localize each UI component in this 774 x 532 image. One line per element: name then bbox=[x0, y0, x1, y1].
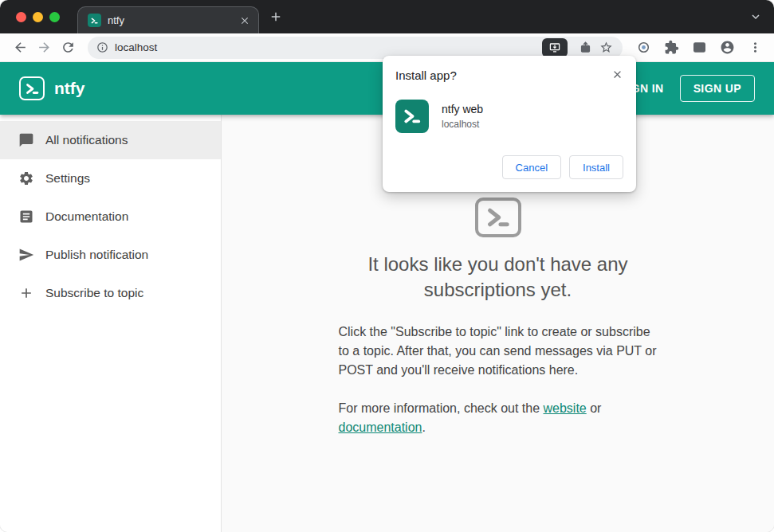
sidebar-item-publish-notification[interactable]: Publish notification bbox=[0, 236, 221, 274]
empty-state-title: It looks like you don't have any subscri… bbox=[339, 252, 658, 302]
tab-search-chevron-icon[interactable] bbox=[748, 10, 763, 24]
toolbar-right-cluster bbox=[631, 37, 766, 59]
cancel-button[interactable]: Cancel bbox=[502, 155, 561, 179]
window-controls bbox=[16, 12, 60, 22]
empty-state: It looks like you don't have any subscri… bbox=[339, 198, 658, 437]
empty-state-paragraph-2: For more information, check out the webs… bbox=[339, 399, 658, 437]
install-dialog-app-row: ntfy web localhost bbox=[395, 100, 623, 133]
install-app-dialog: Install app? ntfy web localhost Cancel I… bbox=[383, 56, 636, 192]
tab-close-icon[interactable] bbox=[239, 15, 250, 26]
sidebar-item-label: Publish notification bbox=[45, 248, 148, 262]
install-dialog-actions: Cancel Install bbox=[395, 155, 623, 179]
sidebar-item-label: Subscribe to topic bbox=[45, 286, 143, 300]
extension-icon[interactable] bbox=[632, 37, 654, 59]
new-tab-button[interactable] bbox=[269, 10, 283, 24]
bookmark-star-icon[interactable] bbox=[595, 37, 616, 58]
paragraph-2-text: For more information, check out the bbox=[339, 401, 544, 415]
documentation-link[interactable]: documentation bbox=[339, 421, 422, 434]
tab-strip: ntfy bbox=[0, 0, 774, 33]
paragraph-2-text: or bbox=[587, 401, 602, 415]
back-button[interactable] bbox=[8, 36, 32, 60]
side-panel-icon[interactable] bbox=[688, 37, 710, 59]
gear-icon bbox=[18, 170, 34, 186]
install-dialog-title: Install app? bbox=[395, 68, 611, 82]
empty-state-paragraph-1: Click the "Subscribe to topic" link to c… bbox=[339, 323, 658, 380]
forward-button[interactable] bbox=[32, 36, 56, 60]
dialog-close-icon[interactable] bbox=[611, 68, 623, 80]
close-window-button[interactable] bbox=[16, 12, 26, 22]
browser-menu-icon[interactable] bbox=[744, 37, 766, 59]
ntfy-favicon bbox=[88, 14, 101, 27]
plus-icon bbox=[18, 285, 34, 301]
install-app-origin: localhost bbox=[442, 119, 483, 130]
sidebar-item-documentation[interactable]: Documentation bbox=[0, 198, 221, 236]
install-app-icon[interactable] bbox=[542, 38, 568, 57]
sidebar-item-label: Documentation bbox=[45, 209, 128, 224]
article-icon bbox=[18, 209, 34, 225]
sidebar-item-subscribe-to-topic[interactable]: Subscribe to topic bbox=[0, 274, 221, 312]
minimize-window-button[interactable] bbox=[33, 12, 43, 22]
sign-up-button[interactable]: SIGN UP bbox=[680, 75, 755, 102]
browser-tab-ntfy[interactable]: ntfy bbox=[77, 6, 259, 33]
install-app-name: ntfy web bbox=[442, 103, 483, 115]
install-button[interactable]: Install bbox=[569, 155, 623, 179]
sidebar-item-all-notifications[interactable]: All notifications bbox=[0, 121, 221, 159]
reload-button[interactable] bbox=[56, 36, 80, 60]
browser-window: ntfy localhost bbox=[0, 0, 774, 532]
install-dialog-header: Install app? bbox=[395, 68, 623, 82]
sidebar-item-label: Settings bbox=[45, 171, 90, 186]
sidebar-item-label: All notifications bbox=[45, 133, 128, 147]
sidebar-item-settings[interactable]: Settings bbox=[0, 159, 221, 198]
app-title: ntfy bbox=[54, 79, 85, 98]
paragraph-2-text: . bbox=[422, 421, 425, 434]
profile-avatar-icon[interactable] bbox=[716, 37, 738, 59]
send-icon bbox=[18, 247, 34, 263]
share-icon[interactable] bbox=[575, 37, 595, 58]
website-link[interactable]: website bbox=[544, 401, 587, 415]
chat-bubble-icon bbox=[18, 132, 34, 148]
ntfy-app-icon bbox=[395, 100, 429, 133]
site-info-icon[interactable] bbox=[96, 41, 108, 53]
ntfy-logo-gray-icon bbox=[475, 198, 521, 237]
tab-title: ntfy bbox=[108, 14, 233, 26]
sidebar: All notifications Settings Documentation… bbox=[0, 115, 222, 532]
ntfy-logo-icon bbox=[19, 76, 45, 100]
extensions-puzzle-icon[interactable] bbox=[660, 37, 682, 59]
url-text[interactable]: localhost bbox=[115, 41, 542, 53]
zoom-window-button[interactable] bbox=[49, 12, 60, 22]
